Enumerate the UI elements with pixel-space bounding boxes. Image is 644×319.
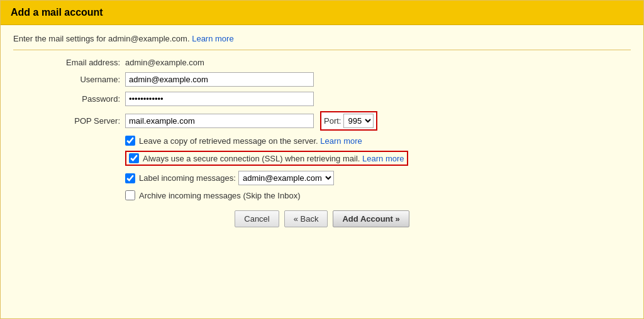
- leave-copy-learn-more-link[interactable]: Learn more: [320, 136, 362, 146]
- intro-line: Enter the mail settings for admin@exampl…: [13, 34, 631, 50]
- label-text: Label incoming messages:: [139, 173, 236, 183]
- label-select[interactable]: admin@example.com: [238, 171, 334, 185]
- email-address-label: Email address:: [51, 58, 120, 67]
- email-address-value: admin@example.com: [125, 58, 204, 67]
- pop-server-row: POP Server: Port: 995 110: [51, 111, 631, 131]
- ssl-text: Always use a secure connection (SSL) whe…: [143, 154, 404, 163]
- dialog-body: Enter the mail settings for admin@exampl…: [1, 25, 643, 236]
- leave-copy-row: Leave a copy of retrieved message on the…: [125, 136, 631, 146]
- ssl-checkbox[interactable]: [129, 153, 139, 163]
- form-section: Email address: admin@example.com Usernam…: [51, 58, 631, 200]
- password-input[interactable]: [125, 92, 314, 106]
- port-section: Port: 995 110: [320, 111, 377, 131]
- username-label: Username:: [51, 75, 120, 84]
- pop-server-input[interactable]: [125, 114, 314, 128]
- cancel-button[interactable]: Cancel: [235, 210, 279, 227]
- archive-text: Archive incoming messages (Skip the Inbo…: [139, 191, 301, 200]
- password-row: Password:: [51, 92, 631, 106]
- intro-learn-more-link[interactable]: Learn more: [192, 34, 233, 43]
- port-label: Port:: [324, 116, 341, 126]
- dialog-header: Add a mail account: [1, 1, 643, 25]
- back-button[interactable]: « Back: [284, 210, 328, 227]
- ssl-learn-more-link[interactable]: Learn more: [362, 154, 404, 163]
- pop-server-label: POP Server:: [51, 116, 120, 126]
- leave-copy-text: Leave a copy of retrieved message on the…: [139, 136, 362, 146]
- port-select[interactable]: 995 110: [343, 114, 374, 128]
- button-row: Cancel « Back Add Account »: [13, 210, 631, 227]
- label-row: Label incoming messages: admin@example.c…: [125, 171, 631, 185]
- username-row: Username:: [51, 72, 631, 87]
- email-address-row: Email address: admin@example.com: [51, 58, 631, 67]
- add-account-button[interactable]: Add Account »: [333, 210, 409, 227]
- label-checkbox[interactable]: [125, 173, 135, 183]
- dialog-container: Add a mail account Enter the mail settin…: [0, 0, 644, 319]
- intro-text: Enter the mail settings for admin@exampl…: [13, 34, 190, 43]
- username-input[interactable]: [125, 72, 314, 87]
- password-label: Password:: [51, 94, 120, 104]
- ssl-row: Always use a secure connection (SSL) whe…: [125, 151, 408, 166]
- archive-checkbox[interactable]: [125, 190, 135, 200]
- dialog-title: Add a mail account: [11, 7, 633, 18]
- leave-copy-checkbox[interactable]: [125, 136, 135, 146]
- archive-row: Archive incoming messages (Skip the Inbo…: [125, 190, 631, 200]
